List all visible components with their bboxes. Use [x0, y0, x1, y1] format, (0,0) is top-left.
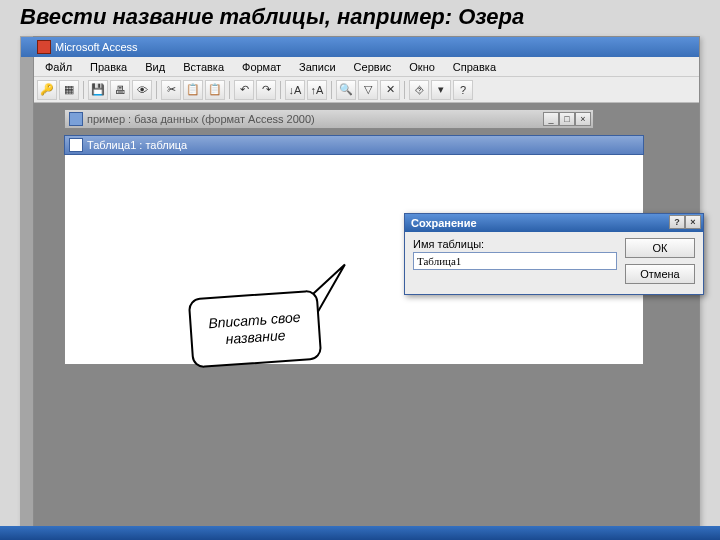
tb-preview-icon[interactable]: 👁: [132, 80, 152, 100]
tb-save-icon[interactable]: 💾: [88, 80, 108, 100]
toolbar-separator: [156, 81, 157, 99]
menu-edit[interactable]: Правка: [82, 59, 135, 75]
dialog-close-button[interactable]: ×: [685, 215, 701, 229]
mdi-workspace: пример : база данных (формат Access 2000…: [34, 103, 699, 535]
tb-cut-icon[interactable]: ✂: [161, 80, 181, 100]
tb-redo-icon[interactable]: ↷: [256, 80, 276, 100]
table-window-icon: [69, 138, 83, 152]
app-titlebar: Microsoft Access: [21, 37, 699, 57]
toolbar: 🔑 ▦ 💾 🖶 👁 ✂ 📋 📋 ↶ ↷ ↓A ↑A 🔍 ▽ ✕ ⯑ ▾ ?: [21, 77, 699, 103]
menu-help[interactable]: Справка: [445, 59, 504, 75]
tb-undo-icon[interactable]: ↶: [234, 80, 254, 100]
tb-dropdown-icon[interactable]: ▾: [431, 80, 451, 100]
close-button[interactable]: ×: [575, 112, 591, 126]
annotation-callout: Вписать свое название: [188, 290, 323, 369]
tb-print-icon[interactable]: 🖶: [110, 80, 130, 100]
table-window-titlebar[interactable]: Таблица1 : таблица: [64, 135, 644, 155]
toolbar-separator: [331, 81, 332, 99]
tb-datasheet-icon[interactable]: ▦: [59, 80, 79, 100]
ok-button[interactable]: ОК: [625, 238, 695, 258]
menu-view[interactable]: Вид: [137, 59, 173, 75]
toolbar-separator: [280, 81, 281, 99]
table-name-input[interactable]: [413, 252, 617, 270]
tb-paste-icon[interactable]: 📋: [205, 80, 225, 100]
database-window[interactable]: пример : база данных (формат Access 2000…: [64, 109, 594, 129]
slide-footer-bar: [0, 526, 720, 540]
app-title-text: Microsoft Access: [55, 41, 138, 53]
tb-sort-asc-icon[interactable]: ↓A: [285, 80, 305, 100]
tb-design-icon[interactable]: 🔑: [37, 80, 57, 100]
menu-file[interactable]: Файл: [37, 59, 80, 75]
menu-records[interactable]: Записи: [291, 59, 344, 75]
menu-format[interactable]: Формат: [234, 59, 289, 75]
tb-sort-desc-icon[interactable]: ↑A: [307, 80, 327, 100]
tb-database-icon[interactable]: ⯑: [409, 80, 429, 100]
menu-window[interactable]: Окно: [401, 59, 443, 75]
minimize-button[interactable]: _: [543, 112, 559, 126]
access-app-icon: [37, 40, 51, 54]
tb-find-icon[interactable]: 🔍: [336, 80, 356, 100]
save-dialog-titlebar[interactable]: Сохранение ? ×: [405, 214, 703, 232]
save-dialog: Сохранение ? × Имя таблицы: ОК Отмена: [404, 213, 704, 295]
tb-copy-icon[interactable]: 📋: [183, 80, 203, 100]
callout-text: Вписать свое название: [197, 308, 313, 349]
dialog-help-button[interactable]: ?: [669, 215, 685, 229]
toolbar-separator: [404, 81, 405, 99]
menu-bar[interactable]: Файл Правка Вид Вставка Формат Записи Се…: [21, 57, 699, 77]
toolbar-separator: [229, 81, 230, 99]
database-window-titlebar[interactable]: пример : база данных (формат Access 2000…: [64, 109, 594, 129]
save-dialog-title: Сохранение: [411, 217, 477, 229]
tb-help-icon[interactable]: ?: [453, 80, 473, 100]
tb-filter-icon[interactable]: ▽: [358, 80, 378, 100]
maximize-button[interactable]: □: [559, 112, 575, 126]
tb-remove-filter-icon[interactable]: ✕: [380, 80, 400, 100]
table-name-label: Имя таблицы:: [413, 238, 617, 250]
database-window-title: пример : база данных (формат Access 2000…: [87, 113, 315, 125]
table-window-title: Таблица1 : таблица: [87, 139, 187, 151]
database-window-icon: [69, 112, 83, 126]
menu-insert[interactable]: Вставка: [175, 59, 232, 75]
slide-title: Ввести название таблицы, например: Озера: [20, 4, 524, 30]
save-dialog-body: Имя таблицы: ОК Отмена: [405, 232, 703, 294]
toolbar-separator: [83, 81, 84, 99]
access-app-window: Microsoft Access Файл Правка Вид Вставка…: [20, 36, 700, 536]
menu-tools[interactable]: Сервис: [346, 59, 400, 75]
cancel-button[interactable]: Отмена: [625, 264, 695, 284]
